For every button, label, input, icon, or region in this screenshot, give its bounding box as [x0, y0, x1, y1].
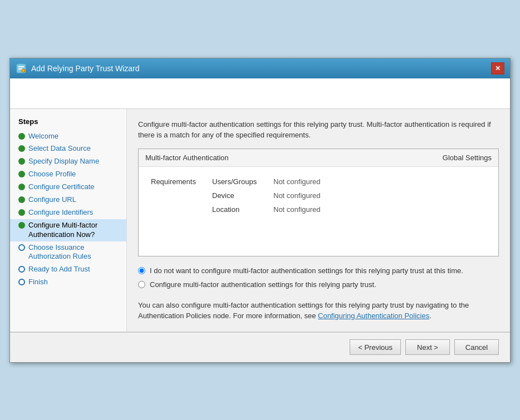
sidebar-item-choose-issuance[interactable]: Choose Issuance Authorization Rules: [10, 241, 126, 264]
mfa-box-header: Multi-factor Authentication Global Setti…: [139, 149, 498, 167]
sidebar-label-configure-identifiers: Configure Identifiers: [28, 208, 93, 218]
dot-ready-to-add: [18, 266, 25, 273]
svg-rect-2: [18, 68, 22, 70]
description-text: Configure multi-factor authentication se…: [138, 119, 499, 141]
previous-button[interactable]: < Previous: [350, 339, 401, 355]
table-row: Requirements Users/Groups Not configured: [145, 175, 492, 189]
radio-row-no-configure: I do not want to configure multi-factor …: [138, 266, 499, 275]
req-type-device: Device: [207, 189, 268, 202]
mfa-header-right: Global Settings: [443, 154, 492, 162]
main-area: Steps Welcome Select Data Source Specify…: [10, 109, 510, 332]
window-title: Add Relying Party Trust Wizard: [31, 64, 140, 73]
sidebar-heading: Steps: [10, 117, 126, 130]
info-text: You can also configure multi-factor auth…: [138, 300, 499, 322]
req-type-location: Location: [207, 202, 268, 216]
radio-no-configure[interactable]: [138, 267, 145, 274]
mfa-box-body: Requirements Users/Groups Not configured…: [139, 167, 498, 256]
requirements-label: Requirements: [145, 175, 207, 216]
sidebar-item-welcome[interactable]: Welcome: [10, 130, 126, 143]
dot-select-data-source: [18, 145, 25, 152]
req-value-users-groups: Not configured: [268, 175, 492, 189]
radio-row-yes-configure: Configure multi-factor authentication se…: [138, 280, 499, 289]
close-button[interactable]: ✕: [491, 62, 504, 75]
wizard-window: ! Add Relying Party Trust Wizard ✕ Steps…: [9, 58, 511, 363]
mfa-box: Multi-factor Authentication Global Setti…: [138, 149, 499, 256]
radio-label-no-configure[interactable]: I do not want to configure multi-factor …: [150, 266, 463, 275]
sidebar-item-ready-to-add[interactable]: Ready to Add Trust: [10, 263, 126, 276]
dot-configure-identifiers: [18, 209, 25, 216]
sidebar-label-choose-profile: Choose Profile: [28, 170, 76, 179]
sidebar-item-configure-mfa[interactable]: Configure Multi-factor Authentication No…: [10, 219, 126, 241]
dot-choose-issuance: [18, 244, 25, 251]
app-icon: !: [16, 63, 27, 74]
req-type-users-groups: Users/Groups: [207, 175, 268, 189]
dot-specify-display-name: [18, 158, 25, 165]
sidebar-label-select-data-source: Select Data Source: [28, 144, 91, 154]
next-button[interactable]: Next >: [405, 339, 450, 355]
sidebar-label-choose-issuance: Choose Issuance Authorization Rules: [28, 243, 118, 262]
req-value-location: Not configured: [268, 202, 492, 216]
title-bar-left: ! Add Relying Party Trust Wizard: [16, 63, 140, 74]
dot-configure-url: [18, 196, 25, 203]
radio-yes-configure[interactable]: [138, 281, 145, 288]
sidebar-item-specify-display-name[interactable]: Specify Display Name: [10, 155, 126, 168]
dot-welcome: [18, 133, 25, 140]
sidebar-label-configure-mfa: Configure Multi-factor Authentication No…: [28, 221, 118, 240]
dot-configure-mfa: [18, 222, 25, 229]
sidebar-item-configure-url[interactable]: Configure URL: [10, 194, 126, 206]
mfa-table: Requirements Users/Groups Not configured…: [145, 175, 492, 216]
cancel-button[interactable]: Cancel: [454, 339, 499, 355]
sidebar-label-welcome: Welcome: [28, 132, 58, 141]
top-bar: [10, 78, 510, 109]
sidebar-label-configure-certificate: Configure Certificate: [28, 182, 95, 192]
content-area: Configure multi-factor authentication se…: [127, 109, 510, 332]
mfa-header-left: Multi-factor Authentication: [145, 154, 229, 162]
info-text-after: .: [429, 312, 431, 320]
radio-label-yes-configure[interactable]: Configure multi-factor authentication se…: [150, 280, 376, 289]
sidebar: Steps Welcome Select Data Source Specify…: [10, 109, 127, 332]
sidebar-item-configure-certificate[interactable]: Configure Certificate: [10, 181, 126, 194]
sidebar-item-configure-identifiers[interactable]: Configure Identifiers: [10, 206, 126, 219]
info-link[interactable]: Configuring Authentication Policies: [318, 312, 429, 320]
sidebar-item-select-data-source[interactable]: Select Data Source: [10, 142, 126, 155]
sidebar-label-ready-to-add: Ready to Add Trust: [28, 265, 90, 274]
sidebar-label-specify-display-name: Specify Display Name: [28, 157, 99, 166]
req-value-device: Not configured: [268, 189, 492, 202]
dot-configure-certificate: [18, 184, 25, 190]
sidebar-item-finish[interactable]: Finish: [10, 276, 126, 289]
footer: < Previous Next > Cancel: [10, 332, 510, 362]
title-bar: ! Add Relying Party Trust Wizard ✕: [10, 58, 510, 78]
dot-finish: [18, 279, 25, 285]
radio-section: I do not want to configure multi-factor …: [138, 266, 499, 289]
svg-rect-1: [18, 66, 24, 67]
sidebar-label-finish: Finish: [28, 278, 48, 287]
sidebar-item-choose-profile[interactable]: Choose Profile: [10, 168, 126, 181]
sidebar-label-configure-url: Configure URL: [28, 195, 76, 205]
dot-choose-profile: [18, 171, 25, 177]
